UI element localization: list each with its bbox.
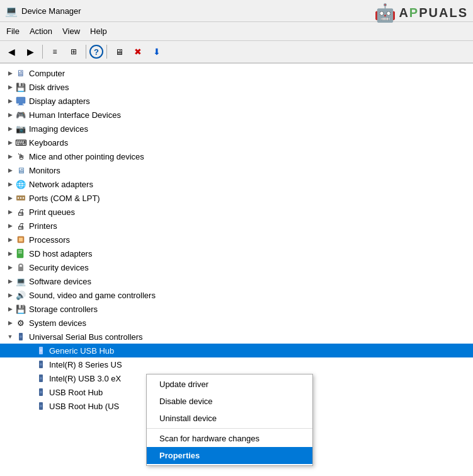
svg-point-5 (20, 197, 21, 199)
view-list-button[interactable]: ≡ (46, 43, 64, 61)
tree-item-system[interactable]: ▶ ⚙ System devices (0, 316, 473, 330)
expand-sound[interactable]: ▶ (5, 290, 15, 300)
context-scan-hardware[interactable]: Scan for hardware changes (147, 430, 312, 447)
tree-item-sd-host[interactable]: ▶ SD host adapters (0, 247, 473, 260)
label-usb-root-hub-us: USB Root Hub (US (49, 402, 119, 411)
toolbar-sep-1 (42, 45, 43, 59)
tree-item-sound[interactable]: ▶ 🔊 Sound, video and game controllers (0, 288, 473, 302)
tree-item-security[interactable]: ▶ Security devices (0, 260, 473, 274)
icon-monitors: 🖥 (15, 165, 26, 176)
expand-disk[interactable]: ▶ (5, 82, 15, 92)
context-separator (147, 428, 312, 429)
expand-display[interactable]: ▶ (5, 96, 15, 106)
label-usb-root-hub: USB Root Hub (49, 388, 103, 397)
tree-item-monitors[interactable]: ▶ 🖥 Monitors (0, 163, 473, 177)
view-detail-button[interactable]: ⊞ (65, 43, 83, 61)
tree-item-print-queues[interactable]: ▶ 🖨 Print queues (0, 205, 473, 219)
tree-item-disk-drives[interactable]: ▶ 💾 Disk drives (0, 80, 473, 94)
monitor-button[interactable]: 🖥 (110, 43, 128, 61)
tree-item-intel-8-series[interactable]: Intel(R) 8 Series US (0, 357, 473, 371)
expand-computer[interactable]: ▶ (5, 68, 15, 78)
tree-item-printers[interactable]: ▶ 🖨 Printers (0, 219, 473, 233)
label-mice: Mice and other pointing devices (29, 152, 144, 161)
menu-file[interactable]: File (1, 24, 25, 38)
watermark: 🤖 APPUALS (374, 3, 468, 23)
tree-item-generic-usb-hub[interactable]: Generic USB Hub (0, 344, 473, 357)
expand-security[interactable]: ▶ (5, 262, 15, 272)
icon-printers: 🖨 (15, 220, 26, 231)
label-disk: Disk drives (29, 83, 69, 92)
update-button[interactable]: ⬇ (148, 43, 166, 61)
forward-button[interactable]: ▶ (21, 43, 39, 61)
label-software: Software devices (29, 277, 91, 286)
icon-disk: 💾 (15, 81, 26, 93)
label-imaging: Imaging devices (29, 124, 88, 134)
tree-item-network[interactable]: ▶ 🌐 Network adapters (0, 177, 473, 191)
expand-system[interactable]: ▶ (5, 318, 15, 328)
icon-hid: 🎮 (15, 109, 26, 120)
back-button[interactable]: ◀ (3, 43, 20, 61)
svg-rect-0 (16, 97, 25, 103)
help-button[interactable]: ? (89, 45, 103, 59)
expand-software[interactable]: ▶ (5, 276, 15, 286)
expand-printers[interactable]: ▶ (5, 221, 15, 231)
uninstall-button[interactable]: ✖ (129, 43, 147, 61)
expand-network[interactable]: ▶ (5, 179, 15, 189)
expand-ports[interactable]: ▶ (5, 193, 15, 203)
svg-point-25 (40, 405, 42, 407)
expand-usb[interactable]: ▼ (5, 332, 15, 342)
svg-point-13 (19, 264, 23, 268)
tree-item-imaging[interactable]: ▶ 📷 Imaging devices (0, 122, 473, 136)
context-disable-device[interactable]: Disable device (147, 393, 312, 410)
tree-item-usb[interactable]: ▼ Universal Serial Bus controllers (0, 330, 473, 344)
expand-mice[interactable]: ▶ (5, 151, 15, 161)
tree-item-computer[interactable]: ▶ 🖥 Computer (0, 66, 473, 80)
svg-rect-2 (18, 105, 24, 105)
menu-view[interactable]: View (57, 24, 85, 38)
icon-intel-8-series (35, 359, 47, 370)
expand-monitors[interactable]: ▶ (5, 165, 15, 175)
expand-imaging[interactable]: ▶ (5, 124, 15, 134)
tree-item-ports[interactable]: ▶ Ports (COM & LPT) (0, 191, 473, 205)
context-properties[interactable]: Properties (147, 447, 312, 464)
expand-storage[interactable]: ▶ (5, 304, 15, 314)
context-uninstall-device[interactable]: Uninstall device (147, 410, 312, 427)
toolbar-sep-3 (106, 45, 107, 59)
tree-item-processors[interactable]: ▶ Processors (0, 233, 473, 247)
label-processors: Processors (29, 235, 70, 245)
tree-item-mice[interactable]: ▶ 🖱 Mice and other pointing devices (0, 149, 473, 163)
svg-rect-8 (19, 238, 23, 241)
menu-action[interactable]: Action (25, 24, 57, 38)
icon-sound: 🔊 (15, 289, 26, 301)
icon-generic-usb-hub (35, 345, 47, 356)
expand-print-queues[interactable]: ▶ (5, 207, 15, 217)
icon-usb-root-hub-us (35, 400, 47, 412)
context-update-driver[interactable]: Update driver (147, 376, 312, 393)
toolbar: ◀ ▶ ≡ ⊞ ? 🖥 ✖ ⬇ (0, 41, 473, 64)
icon-storage: 💾 (15, 303, 26, 315)
label-network: Network adapters (29, 180, 93, 189)
icon-usb-root-hub (35, 386, 47, 398)
svg-rect-9 (17, 249, 23, 258)
tree-item-hid[interactable]: ▶ 🎮 Human Interface Devices (0, 108, 473, 122)
icon-print-queues: 🖨 (15, 206, 26, 218)
label-storage: Storage controllers (29, 305, 98, 314)
svg-point-19 (40, 363, 42, 366)
tree-item-display-adapters[interactable]: ▶ Display adapters (0, 94, 473, 108)
icon-system: ⚙ (15, 317, 26, 328)
icon-computer: 🖥 (15, 67, 26, 79)
label-keyboards: Keyboards (29, 138, 68, 148)
expand-processors[interactable]: ▶ (5, 235, 15, 245)
expand-sd[interactable]: ▶ (5, 248, 15, 258)
label-sound: Sound, video and game controllers (29, 291, 156, 300)
tree-item-storage[interactable]: ▶ 💾 Storage controllers (0, 302, 473, 316)
icon-display (15, 95, 26, 107)
menu-help[interactable]: Help (85, 24, 112, 38)
tree-item-software[interactable]: ▶ 💻 Software devices (0, 274, 473, 288)
label-print-queues: Print queues (29, 207, 75, 217)
expand-hid[interactable]: ▶ (5, 110, 15, 120)
label-display: Display adapters (29, 96, 90, 106)
expand-keyboards[interactable]: ▶ (5, 137, 15, 148)
label-security: Security devices (29, 263, 89, 272)
tree-item-keyboards[interactable]: ▶ ⌨ Keyboards (0, 136, 473, 149)
